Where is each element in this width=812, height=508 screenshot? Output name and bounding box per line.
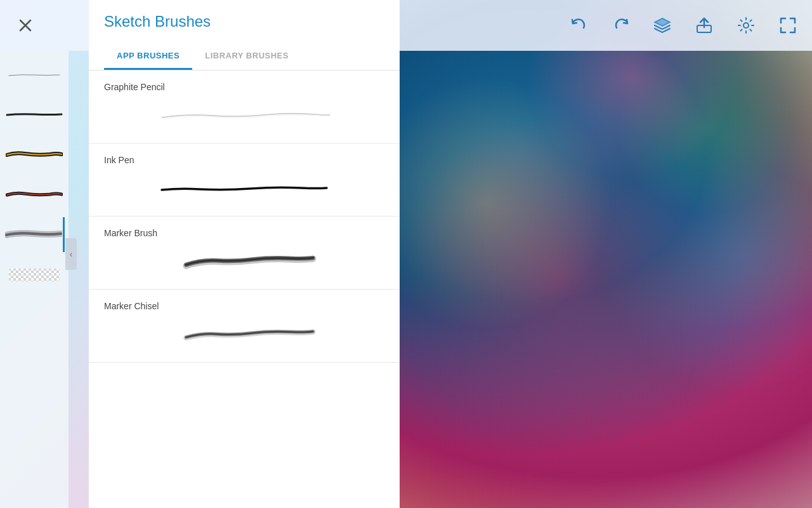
sidebar-brush-soft-gray[interactable] (4, 217, 65, 252)
brush-list: Graphite Pencil Ink Pen Marker Brush (89, 70, 400, 508)
close-button[interactable] (13, 13, 38, 38)
brush-item-graphite-pencil[interactable]: Graphite Pencil (89, 70, 400, 144)
brush-stroke-graphite (149, 100, 339, 131)
settings-button[interactable] (735, 14, 757, 37)
brush-stroke-chisel (149, 319, 339, 351)
brush-preview-marker-brush (104, 246, 384, 277)
brush-name-marker-chisel: Marker Chisel (104, 301, 384, 311)
panel-title: Sketch Brushes (104, 13, 384, 30)
tab-library-brushes[interactable]: LIBRARY BRUSHES (192, 43, 301, 70)
brush-item-marker-chisel[interactable]: Marker Chisel (89, 290, 400, 363)
toolbar-icons (567, 0, 799, 51)
brush-item-ink-pen[interactable]: Ink Pen (89, 144, 400, 217)
brush-name-ink-pen: Ink Pen (104, 155, 384, 165)
left-sidebar (0, 51, 69, 508)
collapse-panel-button[interactable]: ‹ (65, 238, 77, 270)
chevron-left-icon: ‹ (70, 249, 73, 259)
sidebar-brush-tapered[interactable] (4, 177, 65, 212)
sidebar-brush-medium-line[interactable] (4, 97, 65, 132)
svg-marker-2 (655, 18, 670, 26)
brush-item-marker-brush[interactable]: Marker Brush (89, 217, 400, 290)
brush-panel: Sketch Brushes APP BRUSHES LIBRARY BRUSH… (89, 0, 400, 508)
panel-header: Sketch Brushes APP BRUSHES LIBRARY BRUSH… (89, 0, 400, 70)
brush-stroke-ink (149, 173, 339, 204)
layers-button[interactable] (651, 14, 674, 37)
brush-name-graphite-pencil: Graphite Pencil (104, 82, 384, 92)
sidebar-brush-thick-dark[interactable] (4, 137, 65, 172)
sidebar-brush-texture[interactable] (4, 257, 65, 292)
panel-tabs: APP BRUSHES LIBRARY BRUSHES (104, 43, 384, 70)
tab-app-brushes[interactable]: APP BRUSHES (104, 43, 192, 70)
brush-stroke-marker (149, 246, 339, 277)
fullscreen-button[interactable] (776, 14, 799, 37)
brush-preview-ink-pen (104, 173, 384, 204)
export-button[interactable] (693, 14, 716, 37)
brush-preview-marker-chisel (104, 319, 384, 351)
brush-name-marker-brush: Marker Brush (104, 228, 384, 238)
sidebar-brush-fine-line[interactable] (4, 57, 65, 92)
redo-button[interactable] (609, 14, 632, 37)
svg-rect-6 (9, 269, 60, 281)
undo-button[interactable] (567, 14, 590, 37)
svg-point-5 (743, 23, 749, 28)
brush-preview-graphite-pencil (104, 100, 384, 131)
